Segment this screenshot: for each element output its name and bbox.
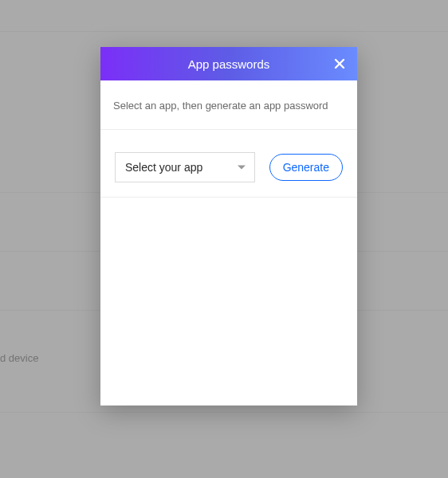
modal-header: App passwords bbox=[100, 47, 357, 80]
app-passwords-modal: App passwords Select an app, then genera… bbox=[100, 47, 357, 406]
app-select[interactable]: Select your app bbox=[115, 152, 255, 182]
close-icon bbox=[333, 57, 346, 70]
app-select-value: Select your app bbox=[125, 161, 202, 174]
app-select-wrap: Select your app bbox=[115, 152, 255, 182]
instruction-text: Select an app, then generate an app pass… bbox=[113, 100, 344, 112]
close-button[interactable] bbox=[328, 53, 351, 75]
modal-empty-area bbox=[100, 198, 357, 406]
generate-button[interactable]: Generate bbox=[269, 154, 343, 181]
instruction-section: Select an app, then generate an app pass… bbox=[100, 80, 357, 130]
form-row: Select your app Generate bbox=[100, 130, 357, 198]
modal-title: App passwords bbox=[188, 57, 270, 71]
